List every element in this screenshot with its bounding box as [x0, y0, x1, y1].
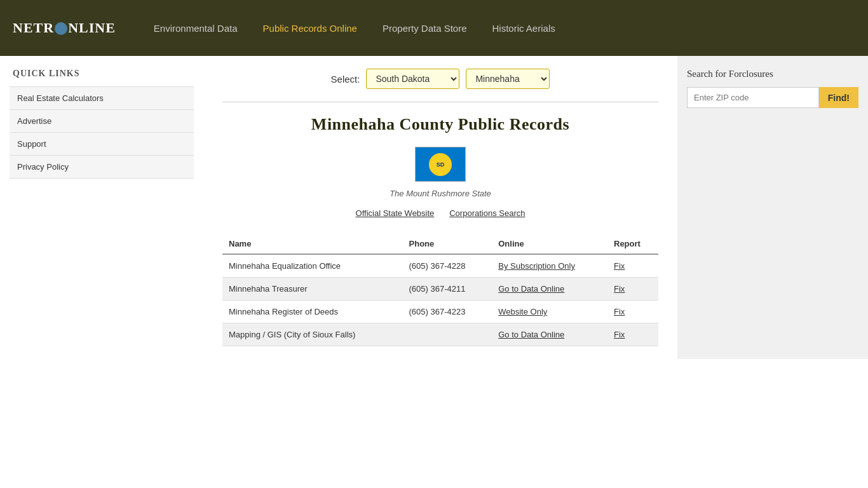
- table-row: Minnehaha Register of Deeds(605) 367-422…: [222, 301, 658, 323]
- online-link[interactable]: By Subscription Only: [498, 261, 575, 271]
- official-state-website-link[interactable]: Official State Website: [356, 208, 435, 218]
- cell-report[interactable]: Fix: [607, 323, 658, 346]
- cell-phone: (605) 367-4228: [403, 254, 492, 278]
- cell-phone: (605) 367-4223: [403, 301, 492, 323]
- logo[interactable]: NETRNLINE: [13, 20, 116, 36]
- fix-link[interactable]: Fix: [614, 261, 625, 271]
- sidebar-item-advertise[interactable]: Advertise: [10, 109, 194, 132]
- col-phone: Phone: [403, 234, 492, 254]
- cell-name: Mapping / GIS (City of Sioux Falls): [222, 323, 403, 346]
- cell-name: Minnehaha Treasurer: [222, 278, 403, 301]
- county-section: Minnehaha County Public Records SD The M…: [222, 102, 658, 346]
- online-link[interactable]: Go to Data Online: [498, 330, 564, 339]
- table-row: Mapping / GIS (City of Sioux Falls)Go to…: [222, 323, 658, 346]
- state-motto: The Mount Rushmore State: [222, 189, 658, 198]
- online-link[interactable]: Website Only: [498, 307, 547, 316]
- col-name: Name: [222, 234, 403, 254]
- header: NETRNLINE Environmental Data Public Reco…: [0, 0, 868, 56]
- links-row: Official State Website Corporations Sear…: [222, 208, 658, 218]
- cell-phone: [403, 323, 492, 346]
- online-link[interactable]: Go to Data Online: [498, 284, 564, 294]
- cell-report[interactable]: Fix: [607, 278, 658, 301]
- cell-online[interactable]: Website Only: [492, 301, 607, 323]
- cell-online[interactable]: Go to Data Online: [492, 278, 607, 301]
- sidebar-item-real-estate[interactable]: Real Estate Calculators: [10, 86, 194, 109]
- col-online: Online: [492, 234, 607, 254]
- flag-container: SD: [222, 147, 658, 184]
- table-row: Minnehaha Treasurer(605) 367-4211Go to D…: [222, 278, 658, 301]
- zip-form: Find!: [687, 87, 858, 108]
- cell-phone: (605) 367-4211: [403, 278, 492, 301]
- right-panel: Search for Forclosures Find!: [677, 56, 868, 359]
- sidebar-title: Quick Links: [10, 69, 194, 79]
- corporations-search-link[interactable]: Corporations Search: [449, 208, 525, 218]
- cell-online[interactable]: By Subscription Only: [492, 254, 607, 278]
- col-report: Report: [607, 234, 658, 254]
- nav-environmental-data[interactable]: Environmental Data: [141, 0, 250, 56]
- fix-link[interactable]: Fix: [614, 330, 625, 339]
- cell-report[interactable]: Fix: [607, 254, 658, 278]
- state-select[interactable]: South Dakota: [366, 69, 459, 89]
- table-row: Minnehaha Equalization Office(605) 367-4…: [222, 254, 658, 278]
- select-bar: Select: South Dakota Minnehaha: [222, 69, 658, 89]
- records-table: Name Phone Online Report Minnehaha Equal…: [222, 234, 658, 346]
- sidebar: Quick Links Real Estate Calculators Adve…: [0, 56, 203, 359]
- cell-online[interactable]: Go to Data Online: [492, 323, 607, 346]
- sidebar-item-privacy[interactable]: Privacy Policy: [10, 155, 194, 179]
- cell-report[interactable]: Fix: [607, 301, 658, 323]
- cell-name: Minnehaha Register of Deeds: [222, 301, 403, 323]
- fix-link[interactable]: Fix: [614, 284, 625, 294]
- county-select[interactable]: Minnehaha: [466, 69, 550, 89]
- content: Select: South Dakota Minnehaha Minnehaha…: [203, 56, 677, 359]
- flag-emblem: SD: [429, 153, 452, 176]
- sidebar-item-support[interactable]: Support: [10, 132, 194, 155]
- zip-input[interactable]: [687, 87, 819, 108]
- select-label: Select:: [331, 74, 360, 85]
- cell-name: Minnehaha Equalization Office: [222, 254, 403, 278]
- table-body: Minnehaha Equalization Office(605) 367-4…: [222, 254, 658, 346]
- fix-link[interactable]: Fix: [614, 307, 625, 316]
- main-nav: Environmental Data Public Records Online…: [141, 0, 568, 56]
- nav-historic-aerials[interactable]: Historic Aerials: [480, 0, 568, 56]
- nav-public-records[interactable]: Public Records Online: [250, 0, 370, 56]
- main-wrapper: Quick Links Real Estate Calculators Adve…: [0, 56, 868, 359]
- nav-property-data-store[interactable]: Property Data Store: [370, 0, 480, 56]
- find-button[interactable]: Find!: [819, 87, 858, 108]
- foreclosure-title: Search for Forclosures: [687, 69, 858, 79]
- globe-icon: [55, 22, 67, 35]
- state-flag: SD: [415, 147, 466, 182]
- county-title: Minnehaha County Public Records: [222, 115, 658, 134]
